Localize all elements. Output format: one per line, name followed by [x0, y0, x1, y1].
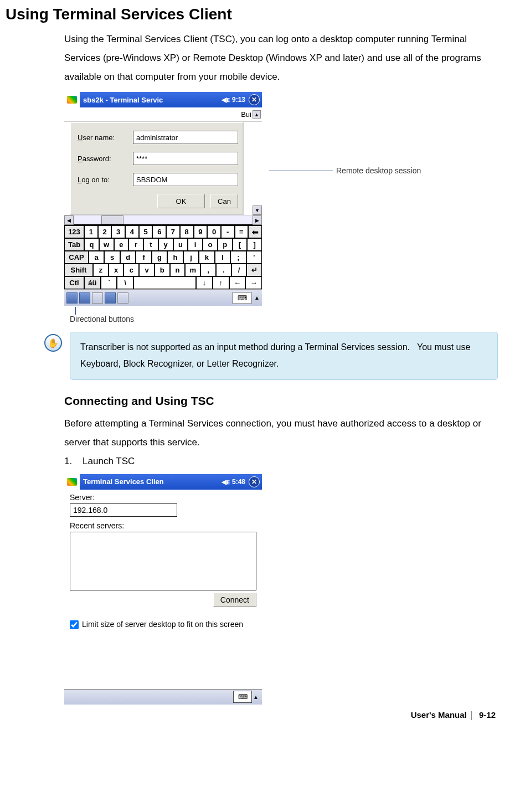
key-123[interactable]: 123 — [64, 225, 84, 238]
key-backspace[interactable]: ⬅ — [248, 225, 262, 238]
key-s[interactable]: s — [104, 251, 120, 264]
up-arrow-icon[interactable]: ▲ — [253, 694, 259, 700]
limit-size-checkbox[interactable] — [70, 620, 79, 629]
key-6[interactable]: 6 — [152, 225, 166, 238]
key-q[interactable]: q — [84, 238, 99, 251]
key-slash[interactable]: / — [231, 264, 247, 276]
key-d[interactable]: d — [120, 251, 136, 264]
password-label: Password: — [78, 155, 133, 163]
key-o[interactable]: o — [203, 238, 218, 251]
key-backtick[interactable]: ` — [101, 276, 117, 289]
key-enter[interactable]: ↵ — [246, 264, 262, 276]
directional-button-4[interactable] — [105, 292, 116, 304]
key-7[interactable]: 7 — [166, 225, 180, 238]
key-n[interactable]: n — [170, 264, 186, 276]
close-button[interactable]: ✕ — [249, 94, 260, 105]
key-5[interactable]: 5 — [139, 225, 153, 238]
logonto-label: Log on to: — [78, 176, 133, 184]
key-lbracket[interactable]: [ — [233, 238, 248, 251]
step-1: 1. Launch TSC — [64, 452, 498, 471]
key-j[interactable]: j — [183, 251, 199, 264]
key-1[interactable]: 1 — [84, 225, 98, 238]
key-8[interactable]: 8 — [180, 225, 194, 238]
key-period[interactable]: . — [216, 264, 231, 276]
key-u[interactable]: u — [173, 238, 188, 251]
key-minus[interactable]: - — [221, 225, 235, 238]
key-m[interactable]: m — [185, 264, 200, 276]
key-apostrophe[interactable]: ' — [246, 251, 262, 264]
key-9[interactable]: 9 — [194, 225, 208, 238]
password-input[interactable] — [133, 152, 238, 165]
scroll-up-button[interactable]: ▲ — [253, 110, 261, 119]
key-down[interactable]: ↓ — [196, 276, 213, 289]
key-h[interactable]: h — [167, 251, 183, 264]
keyboard-toggle-icon[interactable]: ⌨ — [233, 292, 251, 304]
key-p[interactable]: p — [218, 238, 233, 251]
directional-button-1[interactable] — [66, 292, 78, 304]
scroll-right-button[interactable]: ▶ — [253, 215, 262, 225]
scroll-down-button[interactable]: ▼ — [253, 205, 262, 215]
key-right[interactable]: → — [245, 276, 262, 289]
key-space[interactable] — [133, 276, 196, 289]
key-w[interactable]: w — [99, 238, 114, 251]
key-k[interactable]: k — [199, 251, 214, 264]
directional-button-3[interactable] — [92, 292, 103, 304]
key-backslash[interactable]: \ — [117, 276, 133, 289]
callout-directional-label: Directional buttons — [70, 315, 134, 323]
speaker-icon[interactable]: ◀ᴇ — [222, 96, 230, 104]
key-e[interactable]: e — [114, 238, 129, 251]
key-ctl[interactable]: Ctl — [64, 276, 84, 289]
key-comma[interactable]: , — [200, 264, 216, 276]
key-caps[interactable]: CAP — [64, 251, 89, 264]
key-f[interactable]: f — [136, 251, 151, 264]
directional-button-2[interactable] — [79, 292, 90, 304]
key-y[interactable]: y — [158, 238, 173, 251]
horizontal-scrollbar[interactable]: ◀ ▶ — [64, 215, 262, 224]
key-up[interactable]: ↑ — [213, 276, 229, 289]
scroll-left-button[interactable]: ◀ — [64, 215, 74, 225]
page-footer: User's Manual | 9-12 — [6, 710, 498, 720]
key-2[interactable]: 2 — [98, 225, 112, 238]
key-semicolon[interactable]: ; — [230, 251, 246, 264]
note-block: Transcriber is not supported as an input… — [44, 332, 498, 380]
up-arrow-icon[interactable]: ▲ — [254, 295, 260, 301]
key-t[interactable]: t — [143, 238, 158, 251]
key-b[interactable]: b — [155, 264, 170, 276]
keyboard-toggle-icon[interactable]: ⌨ — [233, 691, 252, 703]
key-x[interactable]: x — [109, 264, 124, 276]
scrollbar-thumb[interactable] — [101, 215, 123, 224]
key-c[interactable]: c — [123, 264, 139, 276]
key-z[interactable]: z — [93, 264, 109, 276]
session-top-bar: Bui ▲ — [64, 107, 262, 122]
key-v[interactable]: v — [139, 264, 155, 276]
cancel-button[interactable]: Can — [210, 194, 238, 208]
key-equals[interactable]: = — [235, 225, 249, 238]
windows-logo-icon — [64, 92, 80, 107]
figure-2: Terminal Services Clien ◀ᴇ 5:48 ✕ Server… — [64, 474, 498, 705]
key-rbracket[interactable]: ] — [247, 238, 262, 251]
key-left[interactable]: ← — [229, 276, 246, 289]
key-g[interactable]: g — [152, 251, 167, 264]
key-3[interactable]: 3 — [111, 225, 125, 238]
recent-servers-label: Recent servers: — [70, 521, 256, 530]
logonto-input[interactable] — [133, 173, 238, 186]
key-4[interactable]: 4 — [125, 225, 139, 238]
key-a[interactable]: a — [89, 251, 104, 264]
close-button-2[interactable]: ✕ — [249, 476, 260, 487]
username-input[interactable] — [133, 131, 238, 144]
key-l[interactable]: l — [215, 251, 230, 264]
note-icon — [44, 334, 62, 352]
key-shift[interactable]: Shift — [64, 264, 93, 276]
ok-button[interactable]: OK — [157, 194, 205, 208]
key-r[interactable]: r — [128, 238, 143, 251]
server-input[interactable] — [70, 503, 177, 517]
speaker-icon[interactable]: ◀ᴇ — [222, 478, 230, 486]
recent-servers-list[interactable] — [70, 532, 256, 590]
key-accent[interactable]: áü — [84, 276, 101, 289]
directional-button-5[interactable] — [117, 292, 128, 304]
scrollbar-track[interactable] — [74, 215, 253, 224]
key-0[interactable]: 0 — [207, 225, 221, 238]
connect-button[interactable]: Connect — [213, 593, 256, 607]
key-tab[interactable]: Tab — [64, 238, 84, 251]
key-i[interactable]: i — [188, 238, 203, 251]
